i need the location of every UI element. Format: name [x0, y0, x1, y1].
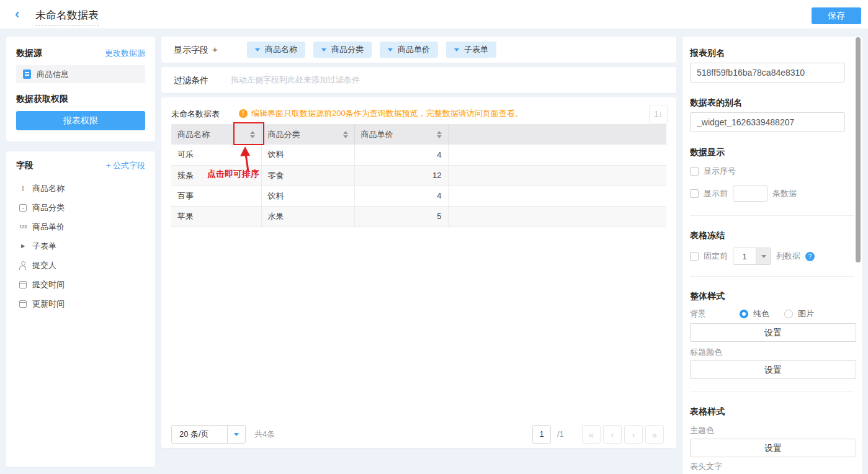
title-color-label: 标题颜色: [690, 347, 722, 358]
cell-empty: [448, 145, 666, 165]
sort-icon[interactable]: [343, 131, 348, 138]
help-icon[interactable]: ?: [805, 252, 815, 261]
data-display-title: 数据显示: [690, 147, 725, 158]
chip-label: 商品名称: [265, 44, 297, 55]
filter-label: 过滤条件: [174, 67, 208, 93]
show-index-checkbox[interactable]: [690, 167, 699, 176]
background-row: 背景 纯色 图片: [690, 308, 814, 320]
display-field-chip[interactable]: 商品名称: [247, 42, 305, 58]
subform-expand-icon[interactable]: ▶: [16, 243, 30, 249]
items-suffix-label: 条数据: [772, 188, 797, 199]
cell: 4: [354, 145, 448, 165]
cell: 苹果: [171, 206, 261, 226]
page-title[interactable]: 未命名数据表: [35, 8, 99, 26]
sort-order-icon[interactable]: 1↓: [649, 105, 668, 123]
back-icon[interactable]: ‹: [15, 6, 19, 23]
background-label: 背景: [690, 308, 735, 320]
field-item-product-name[interactable]: I 商品名称: [16, 179, 145, 198]
solid-color-radio[interactable]: [740, 310, 748, 318]
calendar-icon: [16, 281, 30, 288]
save-button[interactable]: 保存: [812, 7, 861, 24]
field-item-subform[interactable]: ▶ 子表单: [16, 236, 145, 256]
column-header[interactable]: 商品单价: [354, 124, 448, 145]
page-size-select[interactable]: 20 条/页: [171, 425, 246, 444]
solid-color-label: 纯色: [753, 308, 769, 320]
display-field-chip[interactable]: 商品单价: [380, 42, 438, 58]
table-alias-input[interactable]: [690, 112, 845, 132]
field-label: 提交时间: [32, 279, 65, 290]
first-page-button[interactable]: «: [582, 425, 601, 444]
field-item-product-category[interactable]: ⌄ 商品分类: [16, 198, 145, 217]
fields-title: 字段: [16, 160, 34, 171]
add-formula-field-link[interactable]: + 公式字段: [106, 160, 145, 171]
field-label: 商品单价: [32, 221, 65, 233]
cell-empty: [448, 186, 666, 206]
cell: 百事: [171, 186, 261, 206]
freeze-checkbox[interactable]: [690, 252, 699, 261]
field-item-update-time[interactable]: 更新时间: [16, 294, 145, 313]
table-style-title: 表格样式: [690, 406, 725, 418]
text-field-icon: I: [16, 184, 30, 194]
show-index-row: 显示序号: [690, 166, 736, 177]
column-header-empty: [448, 124, 666, 145]
chevron-down-icon[interactable]: [227, 426, 245, 443]
field-item-submit-time[interactable]: 提交时间: [16, 275, 145, 294]
image-radio[interactable]: [784, 310, 793, 318]
table-preview-panel: 未命名数据表 ! 编辑界面只取数据源前200条作为查询数据预览，完整数据请访问页…: [161, 97, 676, 448]
chevron-down-icon[interactable]: [756, 248, 771, 264]
show-first-label: 显示前: [704, 188, 728, 199]
prev-page-button[interactable]: ‹: [603, 425, 622, 444]
theme-color-set-button[interactable]: 设置: [690, 439, 856, 457]
cell: 水果: [261, 206, 354, 226]
chevron-down-icon[interactable]: [388, 48, 393, 51]
current-page-box[interactable]: 1: [532, 425, 551, 444]
change-datasource-link[interactable]: 更改数据源: [105, 48, 145, 59]
sort-icon[interactable]: [437, 131, 442, 138]
column-header[interactable]: 商品分类: [261, 124, 354, 145]
chevron-down-icon[interactable]: [454, 48, 459, 51]
field-label: 商品分类: [32, 202, 65, 213]
freeze-row: 固定前 1 列数据 ?: [690, 248, 815, 265]
report-permission-button[interactable]: 报表权限: [16, 111, 145, 130]
field-item-product-price[interactable]: 123 商品单价: [16, 217, 145, 236]
report-alias-input[interactable]: [690, 63, 845, 83]
add-display-field-button[interactable]: +: [212, 44, 218, 55]
permission-title: 数据获取权限: [16, 94, 68, 105]
background-set-button[interactable]: 设置: [690, 323, 856, 342]
datasource-item[interactable]: 商品信息: [16, 65, 145, 83]
preview-title: 未命名数据表: [171, 109, 220, 120]
warning-text: 编辑界面只取数据源前200条作为查询数据预览，完整数据请访问页面查看。: [251, 108, 523, 119]
display-fields-label: 显示字段: [174, 45, 208, 55]
chevron-down-icon[interactable]: [321, 48, 326, 51]
scrollbar-thumb[interactable]: [856, 37, 861, 262]
freeze-col-select[interactable]: 1: [733, 248, 771, 265]
chip-label: 商品分类: [331, 44, 364, 55]
cell-empty: [448, 165, 666, 186]
show-first-checkbox[interactable]: [690, 189, 699, 198]
last-page-button[interactable]: »: [645, 425, 664, 444]
display-fields-bar: 显示字段+ 商品名称 商品分类 商品单价 子表单: [161, 37, 676, 63]
filter-dropzone-placeholder: 拖动左侧字段到此处来添加过滤条件: [231, 67, 360, 93]
number-field-icon: 123: [16, 224, 30, 230]
cell-empty: [448, 206, 666, 226]
row-limit-input[interactable]: [733, 186, 767, 202]
divider: [690, 215, 854, 216]
theme-color-label: 主题色: [690, 425, 714, 436]
freeze-title: 表格冻结: [690, 230, 725, 241]
cell: 饮料: [261, 186, 354, 206]
next-page-button[interactable]: ›: [624, 425, 643, 444]
header-text-label: 表头文字: [690, 461, 722, 472]
show-first-row: 显示前 条数据: [690, 186, 797, 202]
datasource-name: 商品信息: [37, 69, 69, 80]
table-row[interactable]: 苹果 水果 5: [171, 206, 666, 226]
field-item-submitter[interactable]: 提交人: [16, 256, 145, 275]
display-field-chip[interactable]: 商品分类: [313, 42, 372, 58]
chevron-down-icon[interactable]: [255, 48, 260, 51]
page-count-label: /1: [557, 425, 564, 444]
display-field-chip[interactable]: 子表单: [446, 42, 496, 58]
table-row[interactable]: 百事 饮料 4: [171, 186, 666, 206]
title-color-set-button[interactable]: 设置: [690, 360, 856, 379]
cell: 5: [354, 206, 448, 226]
fields-panel: 字段 + 公式字段 I 商品名称 ⌄ 商品分类 123 商品单价 ▶ 子表单 提…: [6, 151, 155, 467]
filter-bar[interactable]: 过滤条件 拖动左侧字段到此处来添加过滤条件: [161, 67, 676, 93]
